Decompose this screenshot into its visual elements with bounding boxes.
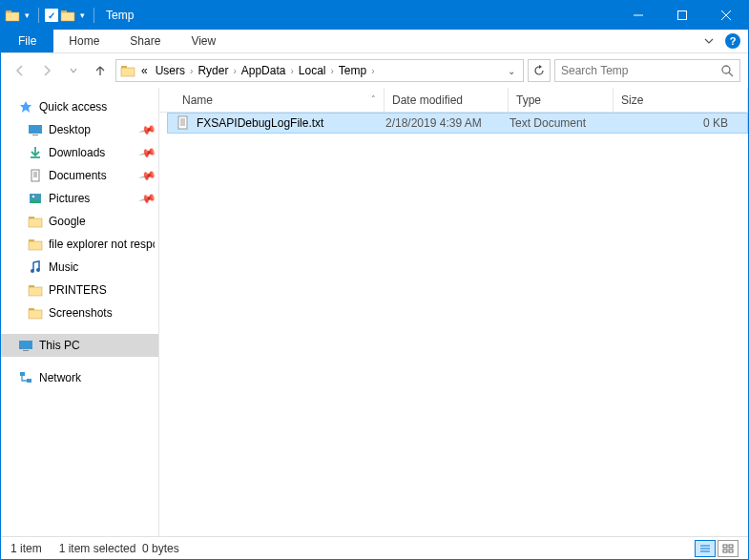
svg-rect-48	[729, 550, 733, 552]
maximize-button[interactable]	[660, 1, 704, 30]
tab-view[interactable]: View	[176, 30, 231, 52]
svg-line-11	[729, 73, 733, 76]
refresh-button[interactable]	[528, 59, 551, 82]
svg-rect-30	[29, 287, 42, 296]
ribbon-tabs: File Home Share View ?	[1, 30, 748, 53]
pin-icon: 📌	[138, 166, 157, 185]
folder-icon	[28, 214, 43, 229]
view-details-button[interactable]	[695, 540, 716, 557]
chevron-right-icon[interactable]: ›	[370, 66, 375, 76]
folder-icon	[28, 305, 43, 321]
svg-point-21	[32, 196, 34, 197]
svg-rect-46	[729, 545, 733, 548]
tab-home[interactable]: Home	[53, 30, 114, 52]
sidebar-item-google[interactable]: Google	[1, 210, 158, 233]
back-button[interactable]	[9, 59, 31, 82]
sidebar-item-printers[interactable]: PRINTERS	[1, 279, 158, 301]
breadcrumb-item[interactable]: Local	[295, 64, 330, 77]
desktop-icon	[28, 122, 43, 137]
svg-rect-47	[723, 550, 727, 552]
qat-properties-check-icon[interactable]: ✓	[45, 9, 58, 22]
svg-marker-12	[20, 101, 31, 113]
column-header-date[interactable]: Date modified	[385, 88, 509, 112]
svg-rect-33	[19, 341, 32, 349]
svg-rect-34	[23, 350, 29, 351]
help-button[interactable]: ?	[725, 33, 740, 49]
quick-access-toolbar: ▾ ✓ ▾	[1, 8, 98, 23]
picture-icon	[28, 191, 43, 206]
folder-icon	[28, 282, 43, 298]
navigation-row: « Users › Ryder › AppData › Local › Temp…	[1, 53, 748, 88]
file-type: Text Document	[510, 116, 614, 130]
sidebar-item-music[interactable]: Music	[1, 256, 158, 279]
pin-icon: 📌	[138, 189, 157, 208]
breadcrumb: « Users › Ryder › AppData › Local › Temp…	[137, 64, 376, 77]
svg-point-10	[722, 66, 730, 73]
search-placeholder: Search Temp	[561, 64, 720, 77]
breadcrumb-prefix[interactable]: «	[137, 64, 152, 77]
navigation-pane: Quick access Desktop 📌 Downloads 📌 Docum…	[1, 88, 159, 536]
close-button[interactable]	[704, 1, 748, 30]
breadcrumb-item[interactable]: Temp	[335, 64, 370, 77]
status-item-count: 1 item	[10, 542, 42, 555]
folder-icon	[60, 8, 75, 23]
status-selection: 1 item selected	[59, 542, 136, 555]
svg-point-27	[36, 268, 40, 272]
recent-locations-button[interactable]	[62, 59, 85, 82]
breadcrumb-item[interactable]: Ryder	[194, 64, 232, 77]
document-icon	[28, 168, 43, 183]
sidebar-item-downloads[interactable]: Downloads 📌	[1, 141, 158, 164]
up-button[interactable]	[89, 59, 112, 82]
forward-button[interactable]	[35, 59, 58, 82]
tab-file[interactable]: File	[1, 30, 53, 52]
svg-rect-23	[29, 218, 42, 227]
table-row[interactable]: FXSAPIDebugLogFile.txt 2/18/2019 4:39 AM…	[167, 113, 748, 134]
text-file-icon	[176, 115, 191, 131]
sidebar-item-file-explorer-not-responding[interactable]: file explorer not responding	[1, 233, 158, 256]
window-title: Temp	[106, 9, 134, 22]
content-pane: Name ˄ Date modified Type Size FXSAPIDeb…	[159, 88, 748, 536]
minimize-button[interactable]	[616, 1, 660, 30]
sidebar-item-pictures[interactable]: Pictures 📌	[1, 187, 158, 210]
column-header-name[interactable]: Name ˄	[175, 88, 385, 112]
sort-ascending-icon: ˄	[371, 94, 376, 104]
address-history-dropdown[interactable]: ⌄	[504, 66, 519, 76]
svg-rect-5	[678, 11, 687, 20]
status-bar: 1 item 1 item selected 0 bytes	[1, 536, 748, 559]
sidebar-item-quick-access[interactable]: Quick access	[1, 95, 158, 118]
sidebar-item-screenshots[interactable]: Screenshots	[1, 301, 158, 324]
svg-rect-3	[61, 12, 74, 21]
sidebar-item-desktop[interactable]: Desktop 📌	[1, 118, 158, 141]
pin-icon: 📌	[138, 120, 157, 139]
sidebar-item-this-pc[interactable]: This PC	[1, 334, 158, 357]
star-icon	[18, 99, 33, 114]
breadcrumb-item[interactable]: Users	[152, 64, 189, 77]
view-large-icons-button[interactable]	[718, 540, 739, 557]
status-bytes: 0 bytes	[142, 542, 179, 555]
file-list[interactable]: FXSAPIDebugLogFile.txt 2/18/2019 4:39 AM…	[159, 113, 748, 536]
address-bar[interactable]: « Users › Ryder › AppData › Local › Temp…	[115, 59, 524, 82]
tab-share[interactable]: Share	[114, 30, 176, 52]
music-icon	[28, 259, 43, 275]
svg-rect-9	[121, 68, 135, 76]
column-header-type[interactable]: Type	[509, 88, 614, 112]
folder-icon	[28, 237, 43, 252]
title-bar: ▾ ✓ ▾ Temp	[1, 1, 748, 30]
column-headers: Name ˄ Date modified Type Size	[159, 88, 748, 113]
file-name: FXSAPIDebugLogFile.txt	[197, 116, 323, 130]
svg-rect-32	[29, 310, 42, 319]
main-area: Quick access Desktop 📌 Downloads 📌 Docum…	[1, 88, 748, 536]
sidebar-item-documents[interactable]: Documents 📌	[1, 164, 158, 187]
svg-rect-14	[32, 135, 38, 135]
qat-customize-icon[interactable]: ▾	[80, 10, 85, 20]
download-icon	[28, 145, 43, 160]
folder-icon	[120, 63, 135, 78]
column-header-size[interactable]: Size	[614, 88, 748, 112]
expand-ribbon-button[interactable]	[700, 32, 718, 50]
qat-dropdown-icon[interactable]: ▾	[25, 10, 30, 20]
search-input[interactable]: Search Temp	[554, 59, 740, 82]
network-icon	[18, 370, 33, 385]
sidebar-item-network[interactable]: Network	[1, 366, 158, 389]
breadcrumb-item[interactable]: AppData	[238, 64, 290, 77]
svg-rect-45	[723, 545, 727, 548]
